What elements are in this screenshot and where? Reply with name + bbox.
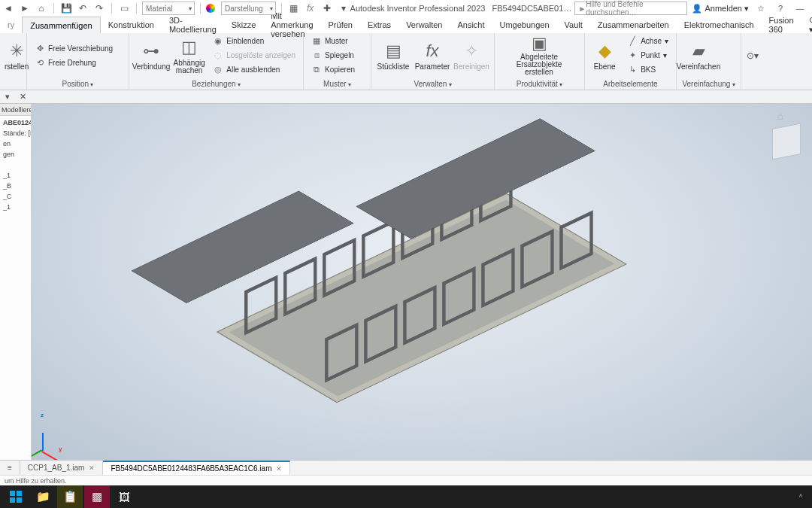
hide-all-button[interactable]: ◎Alle ausblenden: [210, 63, 298, 76]
doc-switch-icon[interactable]: ≡: [0, 461, 20, 476]
browser-item[interactable]: [3, 160, 31, 170]
axis-button[interactable]: ╱Achse ▾: [624, 35, 671, 47]
constrain-button[interactable]: ◫Abhängig machen: [173, 35, 205, 76]
start-button[interactable]: [3, 485, 29, 508]
tab-electromech[interactable]: Elektromechanisch: [677, 17, 762, 33]
bom-button[interactable]: ▤Stückliste: [376, 35, 411, 76]
panel-manage-title[interactable]: Verwalten: [414, 80, 451, 88]
viewcube[interactable]: [772, 123, 801, 160]
home-icon[interactable]: ⌂: [35, 2, 48, 15]
status-bar: um Hilfe zu erhalten.: [0, 475, 812, 485]
free-move-icon: ✥: [35, 43, 45, 53]
close-icon[interactable]: ✕: [276, 465, 282, 473]
joint-button[interactable]: ⊶Verbindung: [134, 35, 168, 76]
plane-button[interactable]: ◆Ebene: [589, 35, 620, 76]
material-combo[interactable]: Material: [142, 2, 195, 15]
browser-item[interactable]: gen: [3, 149, 31, 160]
nav-back-icon[interactable]: ◄: [2, 2, 15, 15]
panel-simplify-title[interactable]: Vereinfachung: [682, 80, 735, 88]
taskbar-app2-icon[interactable]: ▩: [84, 485, 110, 508]
simplify-button[interactable]: ▰Vereinfachen: [681, 35, 716, 76]
browser-item[interactable]: _C: [3, 191, 31, 202]
browser-item[interactable]: Stände: [Prim: [3, 128, 31, 138]
help-search-input[interactable]: ► Hilfe und Befehle durchsuchen…: [574, 2, 687, 15]
simplify-icon: ▰: [687, 41, 710, 62]
appearance-combo[interactable]: Darstellung: [221, 2, 276, 15]
doc-tab-0[interactable]: CCP1_AB_1.iam✕: [20, 461, 104, 476]
tab-manage[interactable]: Verwalten: [398, 17, 450, 33]
browser-item[interactable]: en: [3, 138, 31, 149]
panel-productivity-title[interactable]: Produktivität: [517, 80, 562, 88]
browser-header: Modellieren: [0, 104, 31, 116]
model-browser[interactable]: Modellieren ABE012448 Stände: [Prim en g…: [0, 104, 32, 463]
tab-3dmodel[interactable]: 3D-Modellierung: [162, 17, 224, 33]
free-rotate-icon: ⟲: [35, 57, 45, 68]
qat-dropdown-icon[interactable]: ▾: [337, 2, 350, 15]
signin-button[interactable]: 👤 Anmelden ▾: [692, 4, 749, 14]
derived-sub-button[interactable]: ▣Abgeleitete Ersatzobjekte erstellen: [499, 35, 579, 76]
tab-fusion360[interactable]: Fusion 360: [762, 17, 801, 33]
tab-file[interactable]: ry: [0, 17, 22, 33]
help-icon[interactable]: ?: [773, 2, 788, 15]
tool-b-icon[interactable]: ✚: [320, 2, 334, 15]
tab-overflow[interactable]: ⊙ ▾: [801, 17, 812, 33]
free-rotate-button[interactable]: ⟲Freie Drehung: [32, 56, 116, 69]
tab-annotate[interactable]: Mit Anmerkung versehen: [263, 17, 320, 33]
doc-tab-1[interactable]: FB5494DC5ABE0124483FA6B5A3EAC1C6.iam✕: [103, 461, 290, 476]
document-tabstrip: ≡ CCP1_AB_1.iam✕ FB5494DC5ABE0124483FA6B…: [0, 460, 812, 475]
redo-icon[interactable]: ↷: [92, 2, 106, 15]
show-sick-icon: ◌: [213, 50, 223, 61]
undo-icon[interactable]: ↶: [76, 2, 89, 15]
panel-pattern-title[interactable]: Muster: [323, 80, 351, 88]
create-icon: ✳: [5, 41, 28, 62]
taskbar-show-desktop-icon[interactable]: ＾: [797, 491, 804, 502]
browser-item[interactable]: ABE012448: [3, 117, 31, 128]
svg-rect-0: [10, 491, 15, 496]
tab-tools[interactable]: Extras: [360, 17, 398, 33]
browser-item[interactable]: _1: [3, 202, 31, 212]
taskbar-explorer-icon[interactable]: 📁: [30, 485, 56, 508]
tab-sketch[interactable]: Skizze: [224, 17, 263, 33]
parameters-button[interactable]: fxParameter: [415, 35, 450, 76]
free-move-button[interactable]: ✥Freie Verschiebung: [32, 42, 116, 55]
taskbar-app3-icon[interactable]: 🖼: [111, 485, 137, 508]
mini-tool-a-icon[interactable]: ▾: [2, 91, 14, 103]
copy-button[interactable]: ⧉Kopieren: [308, 63, 358, 76]
mini-close-icon[interactable]: ✕: [17, 91, 29, 103]
close-icon[interactable]: ✕: [89, 464, 95, 472]
ucs-button[interactable]: ↳BKS: [624, 63, 671, 76]
panel-position-title[interactable]: Position: [62, 80, 94, 88]
tab-assemble[interactable]: Zusammenfügen: [22, 17, 101, 33]
ribbon-overflow-icon[interactable]: ⊙▾: [746, 49, 759, 62]
axis-z-label: z: [41, 412, 44, 418]
panel-relations-title[interactable]: Beziehungen: [192, 80, 241, 88]
select-icon[interactable]: ▭: [117, 2, 131, 15]
browser-item[interactable]: _B: [3, 181, 31, 191]
save-icon[interactable]: 💾: [59, 2, 73, 15]
show-button[interactable]: ◉Einblenden: [210, 35, 298, 47]
viewcube-home-icon[interactable]: ⌂: [777, 110, 783, 122]
window-minimize-icon[interactable]: ―: [792, 2, 807, 15]
show-sick-button: ◌Losgelöste anzeigen: [210, 49, 298, 62]
copy-icon: ⧉: [311, 65, 322, 75]
mirror-button[interactable]: ⧈Spiegeln: [308, 49, 358, 62]
tab-collaborate[interactable]: Zusammenarbeiten: [590, 17, 677, 33]
svg-rect-3: [17, 497, 22, 503]
joint-icon: ⊶: [140, 41, 162, 62]
axis-icon: ╱: [627, 36, 638, 47]
point-button[interactable]: ✦Punkt ▾: [624, 49, 671, 62]
tab-inspect[interactable]: Prüfen: [321, 17, 360, 33]
pattern-button[interactable]: ▦Muster: [308, 35, 358, 47]
tab-environments[interactable]: Umgebungen: [492, 17, 557, 33]
tab-vault[interactable]: Vault: [557, 17, 590, 33]
nav-fwd-icon[interactable]: ►: [18, 2, 32, 15]
browser-item[interactable]: _1: [3, 170, 31, 181]
tab-design[interactable]: Konstruktion: [101, 17, 162, 33]
favorite-icon[interactable]: ☆: [753, 2, 768, 15]
3d-viewport[interactable]: ⌂ z y x: [32, 104, 812, 463]
create-button[interactable]: ✳ rstellen: [5, 35, 29, 76]
tab-view[interactable]: Ansicht: [450, 17, 492, 33]
purge-icon: ✧: [460, 41, 483, 62]
appearance-swatch-icon: [206, 4, 215, 13]
taskbar-app1-icon[interactable]: 📋: [57, 485, 83, 508]
